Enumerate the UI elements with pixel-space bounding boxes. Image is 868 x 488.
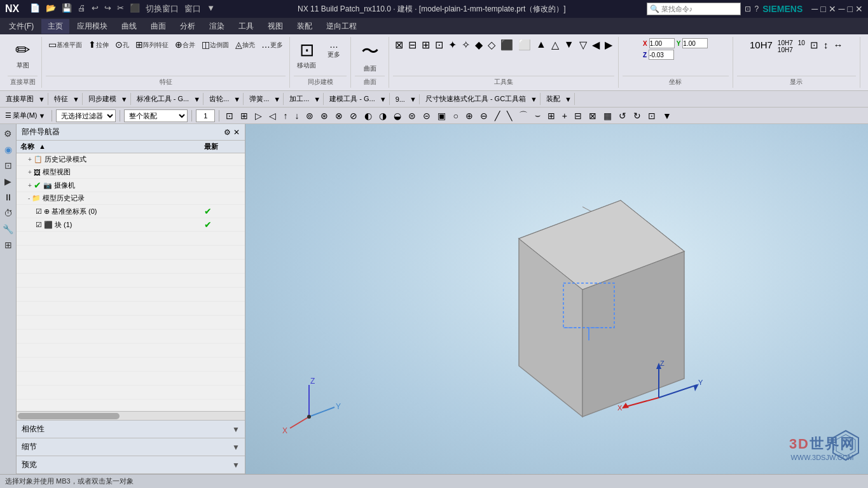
tb-icon-11[interactable]: ◐: [362, 109, 375, 122]
table-row[interactable]: + 🖼 模型视图: [17, 166, 245, 179]
nav-icon-5[interactable]: ⏱: [2, 206, 15, 220]
misc-icon-8[interactable]: ◇: [486, 38, 497, 52]
tb-icon-16[interactable]: ▣: [435, 109, 448, 122]
menu-m-btn[interactable]: ☰ 菜单(M) ▼: [3, 109, 48, 122]
menu-apps[interactable]: 应用模块: [71, 19, 114, 34]
viewport[interactable]: Z Y X Z: [245, 124, 868, 474]
menu-reverse[interactable]: 逆向工程: [320, 19, 363, 34]
win-min2-btn[interactable]: ─: [839, 4, 845, 14]
disp-icon-4[interactable]: ⊡: [808, 38, 820, 52]
menu-assembly[interactable]: 装配: [291, 19, 319, 34]
model-tools-btn[interactable]: 建模工具 - G...: [326, 93, 378, 105]
pattern-btn[interactable]: ⊞ 阵列特征: [133, 38, 171, 51]
misc-icon-6[interactable]: ✧: [460, 38, 472, 52]
tb-icon-30[interactable]: ↻: [631, 109, 644, 122]
dim-format-btn[interactable]: 尺寸快速格式化工具 - GC工具箱: [422, 93, 529, 105]
tb-icon-9[interactable]: ⊗: [333, 109, 345, 122]
print-icon[interactable]: 🖨: [76, 2, 88, 16]
nav-section-deps[interactable]: 相依性 ▼: [17, 421, 245, 438]
help-icon[interactable]: ?: [755, 4, 759, 13]
feature-sub-btn[interactable]: 特征: [51, 93, 71, 105]
win-max2-btn[interactable]: □: [848, 4, 853, 14]
tb-icon-3[interactable]: ▷: [252, 109, 265, 122]
menu-file[interactable]: 文件(F): [3, 19, 40, 34]
col-sort-arrow[interactable]: ▲: [39, 143, 46, 150]
spring-btn[interactable]: 弹簧...: [246, 93, 272, 105]
tb-icon-27[interactable]: ⊠: [586, 109, 599, 122]
tb-icon-12[interactable]: ◑: [376, 109, 389, 122]
cut-icon[interactable]: ✂: [115, 2, 126, 16]
table-row[interactable]: - 📁 模型历史记录: [17, 192, 245, 205]
new-icon[interactable]: 📄: [28, 2, 42, 16]
dropdown-arrow[interactable]: ▼: [205, 2, 217, 16]
expand-icon-cam[interactable]: +: [28, 182, 32, 189]
tb-icon-19[interactable]: ⊖: [478, 109, 490, 122]
tb-icon-24[interactable]: ⊞: [545, 109, 558, 122]
tb-arrow[interactable]: ▼: [660, 109, 674, 122]
level-input[interactable]: [196, 109, 215, 122]
part-nav-close-icon[interactable]: ✕: [233, 128, 240, 137]
expand-icon-mh[interactable]: -: [28, 195, 30, 202]
tb-icon-14[interactable]: ⊜: [406, 109, 418, 122]
sketch-btn[interactable]: ✏ 草图: [10, 38, 36, 71]
misc-icon-16[interactable]: ▶: [603, 38, 614, 52]
menu-surface[interactable]: 曲面: [144, 19, 172, 34]
save-icon[interactable]: 💾: [60, 2, 74, 16]
tb-icon-1[interactable]: ⊡: [223, 109, 236, 122]
edge-blend-btn[interactable]: ◫ 边倒圆: [199, 38, 231, 51]
nav-icon-1[interactable]: ◉: [3, 143, 14, 157]
tb-icon-8[interactable]: ⊛: [318, 109, 331, 122]
tb-icon-6[interactable]: ↓: [292, 109, 301, 122]
misc-icon-12[interactable]: △: [549, 38, 561, 52]
y-input[interactable]: [682, 38, 708, 48]
filter-select[interactable]: 无选择过滤器: [56, 109, 116, 122]
tb-icon-2[interactable]: ⊞: [238, 109, 251, 122]
menu-analysis[interactable]: 分析: [174, 19, 202, 34]
more-feature-btn[interactable]: … 更多: [259, 38, 286, 51]
search-input[interactable]: [661, 5, 738, 13]
table-row[interactable]: ☑ ⬛ 块 (1) ✔: [17, 218, 245, 232]
tb-icon-4[interactable]: ◁: [266, 109, 279, 122]
datum-plane-btn[interactable]: ▭ 基准平面: [46, 38, 85, 51]
tb-icon-23[interactable]: ⌣: [532, 109, 543, 122]
tb-icon-21[interactable]: ╲: [504, 109, 514, 122]
model-tools-arrow[interactable]: ▼: [380, 95, 387, 103]
direct-sketch-arrow[interactable]: ▼: [38, 95, 45, 103]
feature-sub-arrow[interactable]: ▼: [72, 95, 79, 103]
tb-icon-18[interactable]: ⊕: [463, 109, 476, 122]
redo-icon[interactable]: ↪: [102, 2, 113, 16]
misc-icon-13[interactable]: ▼: [562, 38, 576, 51]
menu-render[interactable]: 渲染: [203, 19, 231, 34]
nav-section-detail[interactable]: 细节 ▼: [17, 438, 245, 456]
expand-icon-hist[interactable]: +: [28, 156, 32, 163]
misc-icon-10[interactable]: ⬜: [516, 38, 533, 52]
x-input[interactable]: [649, 38, 675, 48]
menu-curves[interactable]: 曲线: [115, 19, 143, 34]
menu-tools[interactable]: 工具: [232, 19, 260, 34]
sync-sub-btn[interactable]: 同步建模: [85, 93, 120, 105]
surface-btn[interactable]: 〜 曲面: [357, 38, 383, 74]
tb-icon-28[interactable]: ▦: [601, 109, 614, 122]
tb-icon-22[interactable]: ⌒: [516, 109, 530, 123]
tb-icon-25[interactable]: +: [560, 109, 570, 122]
open-icon[interactable]: 📂: [44, 2, 58, 16]
menu-view[interactable]: 视图: [261, 19, 289, 34]
tb-icon-5[interactable]: ↑: [280, 109, 290, 122]
win-minimize-btn[interactable]: ─: [811, 4, 818, 14]
direct-sketch-btn[interactable]: 直接草图: [3, 93, 37, 105]
disp-icon-1[interactable]: 10H7: [748, 38, 775, 52]
tb-icon-7[interactable]: ⊚: [303, 109, 316, 122]
move-face-btn[interactable]: ⊡ 移动面: [294, 38, 319, 71]
assembly-sub-arrow[interactable]: ▼: [565, 95, 572, 103]
std-tools-arrow[interactable]: ▼: [193, 95, 200, 103]
tb-icon-10[interactable]: ⊘: [347, 109, 360, 122]
tb-icon-17[interactable]: ○: [450, 109, 460, 122]
expand-icon[interactable]: ⊡: [745, 4, 751, 13]
tb-icon-15[interactable]: ⊝: [420, 109, 433, 122]
table-row[interactable]: + 📋 历史记录模式: [17, 153, 245, 166]
disp-icon-5[interactable]: ↕: [822, 38, 830, 52]
nav-hscroll[interactable]: [17, 411, 245, 420]
gear-btn[interactable]: 齿轮...: [206, 93, 232, 105]
table-row[interactable]: + ✔ 📷 摄像机: [17, 179, 245, 192]
tb-icon-20[interactable]: ╱: [492, 109, 502, 122]
